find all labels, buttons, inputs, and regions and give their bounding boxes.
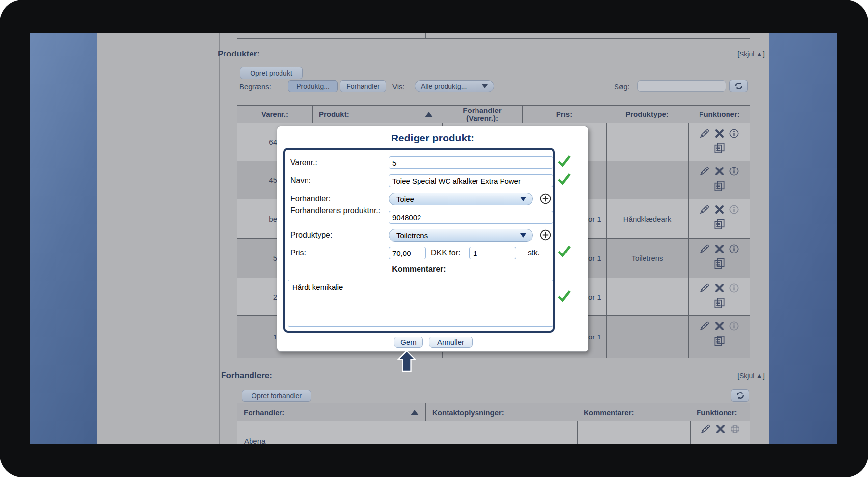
cell-varenr: 1 <box>237 316 277 358</box>
pris-label: Pris: <box>290 249 306 257</box>
forhandler-produktnr-label: Forhandlerens produktnr.: <box>290 206 384 215</box>
cell-pris-fragment: or 1 <box>588 239 606 278</box>
edit-icon[interactable] <box>700 128 710 139</box>
produktype-label: Produktype: <box>290 231 332 240</box>
edit-icon[interactable] <box>700 321 710 331</box>
copy-icon[interactable] <box>713 257 726 270</box>
cell-produktype <box>606 278 688 315</box>
cell-produktype <box>606 316 688 358</box>
products-collapse-link[interactable]: [Skjul ▲] <box>732 50 765 58</box>
cell-produktype <box>606 161 688 199</box>
comments-textarea[interactable]: Hårdt kemikalie <box>288 280 553 327</box>
valid-check-icon <box>558 155 571 167</box>
header-kommentarer[interactable]: Kommentarer: <box>577 403 690 421</box>
product-form-fieldset: Varenr.: 5 Navn: Toiee Special WC afkalk… <box>283 148 555 333</box>
header-pris[interactable]: Pris: <box>523 106 606 123</box>
delete-icon[interactable] <box>714 128 725 139</box>
delete-icon[interactable] <box>714 283 725 293</box>
search-label: Søg: <box>614 83 630 91</box>
refresh-dealers-button[interactable] <box>731 389 749 402</box>
valid-check-icon <box>558 246 571 257</box>
refresh-products-button[interactable] <box>729 80 748 92</box>
filter-productgroup-button[interactable]: Produktg... <box>288 80 338 92</box>
delete-icon[interactable] <box>715 424 726 434</box>
varenr-label: Varenr.: <box>290 158 317 167</box>
chevron-down-icon <box>482 84 488 88</box>
header-kontaktoplysninger[interactable]: Kontaktoplysninger: <box>426 403 577 421</box>
cell-varenr: 5 <box>237 239 277 278</box>
sort-asc-icon <box>425 112 433 117</box>
quantity-input[interactable]: 1 <box>469 247 516 259</box>
pointer-arrow-annotation <box>397 350 416 372</box>
header-varenr[interactable]: Varenr.: <box>237 106 313 123</box>
header-forhandler[interactable]: Forhandler (Varenr.): <box>442 106 523 123</box>
varenr-input[interactable]: 5 <box>389 156 553 169</box>
copy-icon[interactable] <box>713 335 726 347</box>
add-produktype-icon[interactable] <box>540 229 551 241</box>
pris-input[interactable]: 70,00 <box>389 247 426 259</box>
dealers-collapse-link[interactable]: [Skjul ▲] <box>732 372 765 380</box>
info-icon[interactable] <box>729 166 739 176</box>
dealers-table-header: Forhandler: Kontaktoplysninger: Kommenta… <box>237 403 750 421</box>
delete-icon[interactable] <box>714 204 725 215</box>
globe-icon[interactable] <box>730 424 740 434</box>
create-dealer-button[interactable]: Opret forhandler <box>242 390 311 402</box>
valid-check-icon <box>558 290 571 302</box>
produktype-select-value: Toiletrens <box>396 231 428 240</box>
navn-input[interactable]: Toiee Special WC afkalker Extra Power <box>389 174 553 187</box>
header-forhandler[interactable]: Forhandler: <box>237 403 426 421</box>
cell-funktioner <box>690 424 750 434</box>
create-product-button[interactable]: Opret produkt <box>240 67 303 79</box>
search-input[interactable] <box>637 80 726 92</box>
copy-icon[interactable] <box>713 297 726 309</box>
filter-dealer-button[interactable]: Forhandler <box>340 80 386 92</box>
edit-icon[interactable] <box>700 424 711 434</box>
cell-produktype: Håndklædeark <box>606 199 688 238</box>
cell-varenr: 2 <box>237 278 277 315</box>
edit-icon[interactable] <box>700 244 710 254</box>
dkk-for-label: DKK for: <box>431 249 460 257</box>
info-icon[interactable] <box>729 283 739 293</box>
copy-icon[interactable] <box>713 142 726 154</box>
info-icon[interactable] <box>729 204 739 215</box>
dealers-section-title: Forhandlere: <box>221 371 272 381</box>
header-produkt[interactable]: Produkt: <box>313 106 442 123</box>
copy-icon[interactable] <box>713 180 726 192</box>
dealers-table: Forhandler: Kontaktoplysninger: Kommenta… <box>237 403 750 444</box>
products-table-header: Varenr.: Produkt: Forhandler (Varenr.): … <box>237 106 750 124</box>
delete-icon[interactable] <box>714 166 725 176</box>
comments-label: Kommentarer: <box>285 265 553 274</box>
forhandler-select[interactable]: Toiee <box>389 193 533 205</box>
edit-icon[interactable] <box>700 283 710 293</box>
cell-produktype: Toiletrens <box>606 239 688 278</box>
forhandler-produktnr-input[interactable]: 9048002 <box>389 211 553 224</box>
cancel-button[interactable]: Annuller <box>429 337 473 348</box>
delete-icon[interactable] <box>714 321 725 331</box>
cell-pris-fragment <box>588 161 606 199</box>
save-button[interactable]: Gem <box>394 337 423 348</box>
forhandler-select-value: Toiee <box>396 195 414 203</box>
cell-pris-fragment <box>588 123 606 161</box>
info-icon[interactable] <box>729 128 739 139</box>
cell-funktioner <box>688 278 751 315</box>
cell-varenr: 64 <box>237 123 277 161</box>
stk-label: stk. <box>528 249 540 257</box>
valid-check-icon <box>558 173 571 185</box>
chevron-down-icon <box>520 197 526 201</box>
info-icon[interactable] <box>729 244 739 254</box>
cell-funktioner <box>688 199 751 238</box>
produktype-select[interactable]: Toiletrens <box>389 229 533 242</box>
cell-pris-fragment: or 1 <box>588 316 606 358</box>
desktop-background-right <box>769 33 837 444</box>
delete-icon[interactable] <box>714 244 725 254</box>
header-produktype[interactable]: Produktype: <box>606 106 688 123</box>
edit-icon[interactable] <box>700 166 710 176</box>
add-dealer-icon[interactable] <box>540 193 551 204</box>
edit-icon[interactable] <box>700 204 710 215</box>
cell-dealer-name: Abena <box>244 437 265 444</box>
info-icon[interactable] <box>729 321 739 331</box>
products-section-title: Produkter: <box>218 49 260 59</box>
productgroup-select[interactable]: Alle produktg... <box>415 80 494 92</box>
copy-icon[interactable] <box>713 218 726 230</box>
dialog-title: Rediger produkt: <box>277 132 588 144</box>
